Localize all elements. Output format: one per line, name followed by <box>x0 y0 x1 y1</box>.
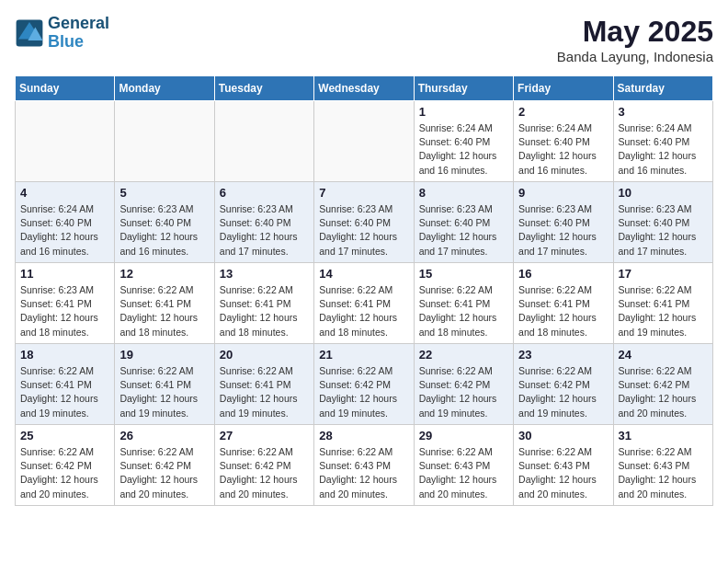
calendar-cell <box>314 101 414 182</box>
day-info: Sunrise: 6:22 AM Sunset: 6:41 PM Dayligh… <box>20 364 109 420</box>
calendar-cell: 2Sunrise: 6:24 AM Sunset: 6:40 PM Daylig… <box>514 101 613 182</box>
calendar-week-3: 11Sunrise: 6:23 AM Sunset: 6:41 PM Dayli… <box>16 263 713 344</box>
calendar-cell: 17Sunrise: 6:22 AM Sunset: 6:41 PM Dayli… <box>613 263 712 344</box>
day-number: 20 <box>220 348 309 362</box>
day-header-wednesday: Wednesday <box>314 76 414 101</box>
calendar-cell: 26Sunrise: 6:22 AM Sunset: 6:42 PM Dayli… <box>115 425 214 506</box>
calendar-cell <box>115 101 214 182</box>
logo-icon <box>15 18 44 48</box>
day-info: Sunrise: 6:24 AM Sunset: 6:40 PM Dayligh… <box>20 202 109 259</box>
day-number: 6 <box>220 186 309 200</box>
day-number: 24 <box>619 348 708 362</box>
day-header-thursday: Thursday <box>414 76 513 101</box>
day-header-monday: Monday <box>115 76 214 101</box>
day-info: Sunrise: 6:22 AM Sunset: 6:41 PM Dayligh… <box>220 283 309 339</box>
day-number: 7 <box>319 186 408 200</box>
day-info: Sunrise: 6:22 AM Sunset: 6:41 PM Dayligh… <box>419 283 508 339</box>
day-number: 23 <box>518 348 608 362</box>
day-number: 8 <box>419 186 508 200</box>
day-number: 5 <box>119 186 209 200</box>
calendar-cell: 28Sunrise: 6:22 AM Sunset: 6:43 PM Dayli… <box>314 425 414 506</box>
calendar-cell: 11Sunrise: 6:23 AM Sunset: 6:41 PM Dayli… <box>16 263 115 344</box>
day-number: 16 <box>518 267 608 281</box>
calendar-cell: 5Sunrise: 6:23 AM Sunset: 6:40 PM Daylig… <box>115 182 214 263</box>
day-number: 3 <box>619 105 708 119</box>
calendar-cell <box>16 101 115 182</box>
calendar-cell: 27Sunrise: 6:22 AM Sunset: 6:42 PM Dayli… <box>214 425 313 506</box>
calendar-cell: 10Sunrise: 6:23 AM Sunset: 6:40 PM Dayli… <box>613 182 712 263</box>
day-info: Sunrise: 6:23 AM Sunset: 6:40 PM Dayligh… <box>619 202 708 259</box>
day-number: 10 <box>619 186 708 200</box>
calendar-cell: 16Sunrise: 6:22 AM Sunset: 6:41 PM Dayli… <box>514 263 613 344</box>
day-number: 19 <box>119 348 209 362</box>
day-number: 31 <box>619 429 708 442</box>
day-info: Sunrise: 6:22 AM Sunset: 6:41 PM Dayligh… <box>119 283 209 339</box>
logo: General Blue <box>15 15 109 52</box>
calendar-header-row: SundayMondayTuesdayWednesdayThursdayFrid… <box>16 76 713 101</box>
title-block: May 2025 Banda Layung, Indonesia <box>557 15 713 64</box>
calendar-week-4: 18Sunrise: 6:22 AM Sunset: 6:41 PM Dayli… <box>16 344 713 425</box>
day-info: Sunrise: 6:22 AM Sunset: 6:42 PM Dayligh… <box>119 445 209 501</box>
calendar-week-1: 1Sunrise: 6:24 AM Sunset: 6:40 PM Daylig… <box>16 101 713 182</box>
calendar-cell: 22Sunrise: 6:22 AM Sunset: 6:42 PM Dayli… <box>414 344 513 425</box>
day-number: 21 <box>319 348 408 362</box>
day-number: 26 <box>119 429 209 442</box>
day-number: 13 <box>220 267 309 281</box>
day-info: Sunrise: 6:23 AM Sunset: 6:41 PM Dayligh… <box>20 283 109 339</box>
day-info: Sunrise: 6:23 AM Sunset: 6:40 PM Dayligh… <box>518 202 608 259</box>
day-number: 25 <box>20 429 109 442</box>
day-info: Sunrise: 6:23 AM Sunset: 6:40 PM Dayligh… <box>119 202 209 259</box>
calendar-cell: 25Sunrise: 6:22 AM Sunset: 6:42 PM Dayli… <box>16 425 115 506</box>
calendar-cell: 13Sunrise: 6:22 AM Sunset: 6:41 PM Dayli… <box>214 263 313 344</box>
day-header-tuesday: Tuesday <box>214 76 313 101</box>
calendar-cell: 15Sunrise: 6:22 AM Sunset: 6:41 PM Dayli… <box>414 263 513 344</box>
day-info: Sunrise: 6:22 AM Sunset: 6:42 PM Dayligh… <box>20 445 109 501</box>
day-number: 14 <box>319 267 408 281</box>
calendar-cell: 9Sunrise: 6:23 AM Sunset: 6:40 PM Daylig… <box>514 182 613 263</box>
day-number: 18 <box>20 348 109 362</box>
calendar-cell <box>214 101 313 182</box>
day-info: Sunrise: 6:22 AM Sunset: 6:41 PM Dayligh… <box>319 283 408 339</box>
calendar-cell: 6Sunrise: 6:23 AM Sunset: 6:40 PM Daylig… <box>214 182 313 263</box>
day-info: Sunrise: 6:22 AM Sunset: 6:42 PM Dayligh… <box>220 445 309 501</box>
location-title: Banda Layung, Indonesia <box>557 49 713 64</box>
calendar-cell: 21Sunrise: 6:22 AM Sunset: 6:42 PM Dayli… <box>314 344 414 425</box>
day-number: 27 <box>220 429 309 442</box>
day-number: 11 <box>20 267 109 281</box>
calendar-cell: 8Sunrise: 6:23 AM Sunset: 6:40 PM Daylig… <box>414 182 513 263</box>
day-info: Sunrise: 6:23 AM Sunset: 6:40 PM Dayligh… <box>319 202 408 259</box>
day-number: 22 <box>419 348 508 362</box>
calendar-cell: 7Sunrise: 6:23 AM Sunset: 6:40 PM Daylig… <box>314 182 414 263</box>
day-number: 12 <box>119 267 209 281</box>
calendar-cell: 31Sunrise: 6:22 AM Sunset: 6:43 PM Dayli… <box>613 425 712 506</box>
logo-text: General Blue <box>48 15 109 52</box>
day-header-sunday: Sunday <box>16 76 115 101</box>
calendar-cell: 20Sunrise: 6:22 AM Sunset: 6:41 PM Dayli… <box>214 344 313 425</box>
day-info: Sunrise: 6:22 AM Sunset: 6:42 PM Dayligh… <box>619 364 708 420</box>
calendar-cell: 12Sunrise: 6:22 AM Sunset: 6:41 PM Dayli… <box>115 263 214 344</box>
day-number: 9 <box>518 186 608 200</box>
day-info: Sunrise: 6:22 AM Sunset: 6:43 PM Dayligh… <box>619 445 708 501</box>
day-info: Sunrise: 6:22 AM Sunset: 6:43 PM Dayligh… <box>419 445 508 501</box>
day-number: 2 <box>518 105 608 119</box>
logo-line1: General <box>48 15 109 33</box>
calendar: SundayMondayTuesdayWednesdayThursdayFrid… <box>15 75 713 506</box>
day-number: 4 <box>20 186 109 200</box>
day-number: 15 <box>419 267 508 281</box>
day-info: Sunrise: 6:23 AM Sunset: 6:40 PM Dayligh… <box>220 202 309 259</box>
day-header-saturday: Saturday <box>613 76 712 101</box>
page-header: General Blue May 2025 Banda Layung, Indo… <box>15 15 713 64</box>
day-info: Sunrise: 6:22 AM Sunset: 6:43 PM Dayligh… <box>518 445 608 501</box>
day-info: Sunrise: 6:22 AM Sunset: 6:41 PM Dayligh… <box>119 364 209 420</box>
day-number: 28 <box>319 429 408 442</box>
calendar-cell: 4Sunrise: 6:24 AM Sunset: 6:40 PM Daylig… <box>16 182 115 263</box>
day-info: Sunrise: 6:22 AM Sunset: 6:43 PM Dayligh… <box>319 445 408 501</box>
calendar-cell: 18Sunrise: 6:22 AM Sunset: 6:41 PM Dayli… <box>16 344 115 425</box>
logo-line2: Blue <box>48 33 109 52</box>
calendar-cell: 30Sunrise: 6:22 AM Sunset: 6:43 PM Dayli… <box>514 425 613 506</box>
day-info: Sunrise: 6:22 AM Sunset: 6:41 PM Dayligh… <box>220 364 309 420</box>
calendar-cell: 29Sunrise: 6:22 AM Sunset: 6:43 PM Dayli… <box>414 425 513 506</box>
day-info: Sunrise: 6:22 AM Sunset: 6:41 PM Dayligh… <box>518 283 608 339</box>
day-header-friday: Friday <box>514 76 613 101</box>
calendar-cell: 19Sunrise: 6:22 AM Sunset: 6:41 PM Dayli… <box>115 344 214 425</box>
